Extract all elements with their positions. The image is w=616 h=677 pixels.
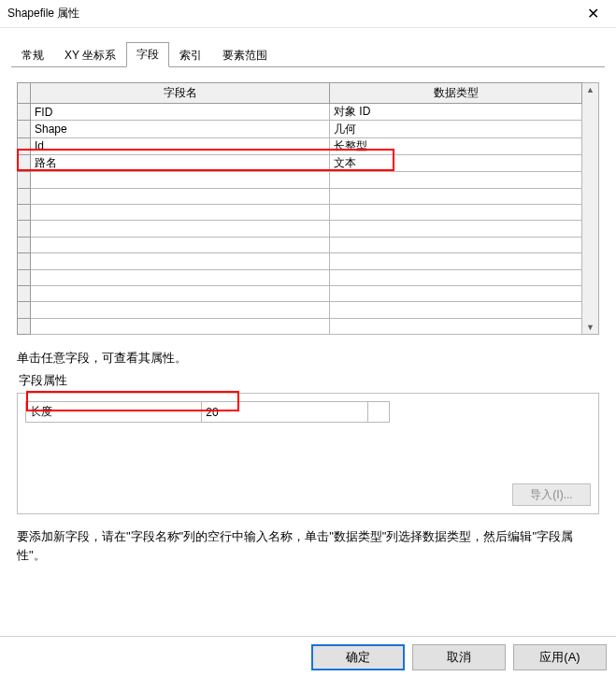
property-tail-cell [367,402,389,423]
row-selector[interactable] [18,237,31,252]
cell-field-name[interactable]: 路名 [31,155,330,172]
table-row[interactable]: Shape几何 [18,121,582,137]
cell-data-type[interactable]: 文本 [330,155,582,172]
cell-field-name[interactable] [31,172,330,188]
cell-data-type[interactable] [330,318,582,334]
table-row[interactable]: 路名文本 [18,155,582,172]
fields-table[interactable]: 字段名 数据类型 FID对象 IDShape几何Id长整型路名文本 [17,82,582,335]
row-selector[interactable] [18,285,31,301]
cell-field-name[interactable] [31,269,330,285]
cell-data-type[interactable] [330,302,582,318]
cell-field-name[interactable]: FID [31,104,330,121]
cell-field-name[interactable] [31,188,330,204]
row-selector[interactable] [18,172,31,188]
tab-extent[interactable]: 要素范围 [212,43,278,67]
field-properties-label: 字段属性 [17,372,599,389]
cell-field-name[interactable] [31,302,330,318]
cell-field-name[interactable] [31,285,330,301]
hint-text: 单击任意字段，可查看其属性。 [17,350,599,367]
scroll-up-icon[interactable]: ▲ [586,83,595,96]
row-selector[interactable] [18,155,31,172]
row-selector[interactable] [18,302,31,318]
property-value[interactable]: 20 [202,402,368,423]
row-selector[interactable] [18,221,31,237]
cell-data-type[interactable] [330,221,582,237]
scroll-down-icon[interactable]: ▼ [586,321,595,334]
row-selector[interactable] [18,104,31,121]
table-row[interactable] [18,269,582,285]
table-row[interactable] [18,188,582,204]
row-header-blank [18,83,31,104]
vertical-scrollbar[interactable]: ▲ ▼ [582,82,599,335]
tab-strip: 常规 XY 坐标系 字段 索引 要素范围 [11,41,605,67]
cell-data-type[interactable] [330,205,582,221]
table-row[interactable] [18,318,582,334]
column-header-type[interactable]: 数据类型 [330,83,582,104]
table-row[interactable] [18,253,582,269]
table-row[interactable] [18,221,582,237]
tab-general[interactable]: 常规 [11,43,54,67]
cell-field-name[interactable] [31,221,330,237]
titlebar: Shapefile 属性 ✕ [0,0,616,28]
table-row[interactable] [18,172,582,188]
dialog-footer: 确定 取消 应用(A) [0,636,616,677]
cell-data-type[interactable]: 长整型 [330,137,582,154]
row-selector[interactable] [18,205,31,221]
cell-data-type[interactable] [330,285,582,301]
close-icon[interactable]: ✕ [580,3,607,25]
table-row[interactable]: FID对象 ID [18,104,582,121]
tab-index[interactable]: 索引 [169,43,212,67]
row-selector[interactable] [18,269,31,285]
apply-button[interactable]: 应用(A) [513,644,607,670]
cell-data-type[interactable]: 对象 ID [330,104,582,121]
ok-button[interactable]: 确定 [311,644,405,670]
property-row[interactable]: 长度20 [26,402,390,423]
cell-data-type[interactable] [330,253,582,269]
window-title: Shapefile 属性 [7,6,79,22]
cell-field-name[interactable] [31,253,330,269]
column-header-name[interactable]: 字段名 [31,83,330,104]
tab-xy-crs[interactable]: XY 坐标系 [54,43,126,67]
cell-data-type[interactable] [330,188,582,204]
cell-field-name[interactable]: Shape [31,121,330,137]
row-selector[interactable] [18,121,31,137]
row-selector[interactable] [18,137,31,154]
row-selector[interactable] [18,318,31,334]
table-row[interactable] [18,205,582,221]
cell-data-type[interactable] [330,269,582,285]
cell-field-name[interactable] [31,205,330,221]
field-properties-group: 字段属性 长度20 导入(I)... [17,372,599,514]
table-row[interactable] [18,237,582,252]
cell-field-name[interactable] [31,318,330,334]
cell-data-type[interactable]: 几何 [330,121,582,137]
cell-field-name[interactable] [31,237,330,252]
row-selector[interactable] [18,253,31,269]
help-text: 要添加新字段，请在"字段名称"列的空行中输入名称，单击"数据类型"列选择数据类型… [17,527,599,564]
cancel-button[interactable]: 取消 [412,644,506,670]
fields-grid[interactable]: 字段名 数据类型 FID对象 IDShape几何Id长整型路名文本 ▲ ▼ [17,82,599,335]
property-label: 长度 [26,402,202,423]
row-selector[interactable] [18,188,31,204]
table-row[interactable] [18,302,582,318]
field-properties-table[interactable]: 长度20 [25,401,390,423]
table-row[interactable]: Id长整型 [18,137,582,154]
cell-field-name[interactable]: Id [31,137,330,154]
cell-data-type[interactable] [330,237,582,252]
cell-data-type[interactable] [330,172,582,188]
import-button: 导入(I)... [512,483,591,506]
tab-fields[interactable]: 字段 [126,42,169,67]
table-row[interactable] [18,285,582,301]
